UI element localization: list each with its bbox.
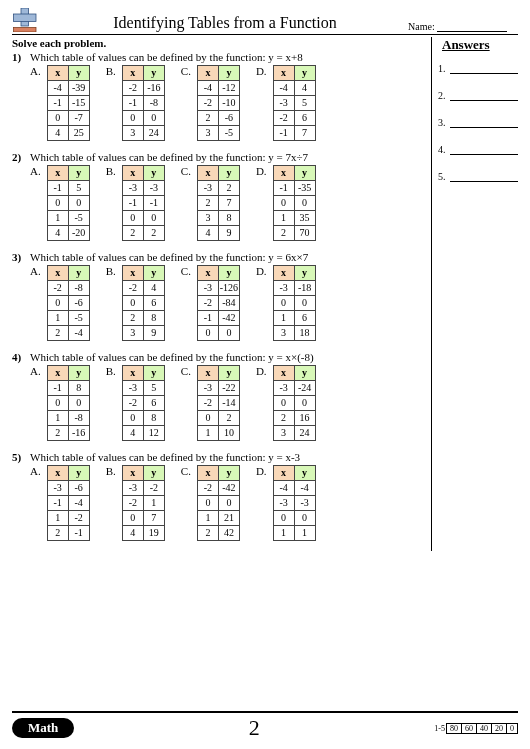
- option-label: A.: [30, 465, 41, 477]
- option: D.xy-3-180016318: [256, 265, 316, 341]
- answer-blank[interactable]: [450, 117, 519, 128]
- table-row: 242: [197, 526, 239, 541]
- table-row: -2-42: [197, 481, 239, 496]
- instruction: Solve each problem.: [12, 37, 425, 49]
- table-cell: 1: [47, 311, 68, 326]
- table-cell: -5: [68, 311, 89, 326]
- table-row: 11: [273, 526, 315, 541]
- table-cell: 70: [294, 226, 315, 241]
- value-table: xy-4-12-2-102-63-5: [197, 65, 240, 141]
- x-header: x: [122, 266, 143, 281]
- table-row: 110: [197, 426, 239, 441]
- table-row: 2-4: [47, 326, 89, 341]
- table-cell: 0: [47, 296, 68, 311]
- answer-line: 4.: [438, 144, 518, 155]
- table-row: -3-18: [273, 281, 315, 296]
- answer-line: 1.: [438, 63, 518, 74]
- table-cell: 4: [122, 526, 143, 541]
- value-table: xy-18001-82-16: [47, 365, 90, 441]
- table-cell: 5: [294, 96, 315, 111]
- table-cell: 0: [197, 411, 218, 426]
- table-row: 06: [122, 296, 164, 311]
- table-cell: -8: [68, 281, 89, 296]
- problem-prompt: 2)Which table of values can be defined b…: [12, 151, 425, 163]
- problems-column: Solve each problem. 1)Which table of val…: [12, 37, 432, 551]
- table-cell: 9: [143, 326, 164, 341]
- table-row: -3-24: [273, 381, 315, 396]
- table-cell: -2: [197, 396, 218, 411]
- table-row: 135: [273, 211, 315, 226]
- answer-blank[interactable]: [450, 90, 519, 101]
- table-cell: -3: [197, 281, 218, 296]
- option: D.xy-44-35-26-17: [256, 65, 316, 141]
- table-cell: 0: [294, 296, 315, 311]
- y-header: y: [68, 466, 89, 481]
- table-row: -1-8: [122, 96, 164, 111]
- table-cell: 2: [47, 326, 68, 341]
- table-cell: -4: [68, 496, 89, 511]
- table-row: -18: [47, 381, 89, 396]
- option: B.xy-3-2-2107419: [106, 465, 165, 541]
- y-header: y: [294, 466, 315, 481]
- table-cell: -4: [273, 81, 294, 96]
- option: D.xy-4-4-3-30011: [256, 465, 316, 541]
- score-scale: 1-5 806040200: [434, 723, 518, 734]
- option: A.xy-4-39-1-150-7425: [30, 65, 90, 141]
- problem: 4)Which table of values can be defined b…: [12, 351, 425, 441]
- table-row: -1-42: [197, 311, 239, 326]
- table-cell: 1: [273, 211, 294, 226]
- table-row: 00: [47, 196, 89, 211]
- table-row: -2-16: [122, 81, 164, 96]
- option: A.xy-15001-54-20: [30, 165, 90, 241]
- option-label: C.: [181, 465, 191, 477]
- table-row: -32: [197, 181, 239, 196]
- table-cell: -4: [68, 326, 89, 341]
- table-cell: 0: [122, 211, 143, 226]
- answer-blank[interactable]: [450, 63, 519, 74]
- problem-prompt: 3)Which table of values can be defined b…: [12, 251, 425, 263]
- option-label: A.: [30, 65, 41, 77]
- table-cell: -4: [273, 481, 294, 496]
- answer-blank[interactable]: [450, 171, 519, 182]
- table-row: -4-12: [197, 81, 239, 96]
- value-table: xy-4-39-1-150-7425: [47, 65, 90, 141]
- table-cell: 3: [122, 126, 143, 141]
- problem-prompt: 5)Which table of values can be defined b…: [12, 451, 425, 463]
- problem: 1)Which table of values can be defined b…: [12, 51, 425, 141]
- page-number: 2: [74, 715, 434, 741]
- table-cell: 4: [143, 281, 164, 296]
- table-cell: 0: [47, 396, 68, 411]
- x-header: x: [47, 366, 68, 381]
- option-label: A.: [30, 265, 41, 277]
- answer-blank[interactable]: [450, 144, 519, 155]
- value-table: xy-15001-54-20: [47, 165, 90, 241]
- table-row: -3-22: [197, 381, 239, 396]
- table-row: -4-4: [273, 481, 315, 496]
- table-cell: -3: [197, 381, 218, 396]
- table-row: -1-1: [122, 196, 164, 211]
- option: B.xy-3-3-1-10022: [106, 165, 165, 241]
- y-header: y: [218, 366, 239, 381]
- table-cell: 0: [218, 326, 239, 341]
- table-cell: -6: [218, 111, 239, 126]
- table-row: 00: [197, 326, 239, 341]
- table-cell: 0: [294, 511, 315, 526]
- y-header: y: [68, 166, 89, 181]
- table-cell: 8: [143, 311, 164, 326]
- table-cell: 2: [122, 311, 143, 326]
- table-cell: 1: [143, 496, 164, 511]
- table-cell: 2: [197, 196, 218, 211]
- option: B.xy-2-16-1-800324: [106, 65, 165, 141]
- table-cell: -3: [47, 481, 68, 496]
- table-cell: 7: [143, 511, 164, 526]
- table-row: -2-84: [197, 296, 239, 311]
- table-cell: -3: [294, 496, 315, 511]
- y-header: y: [143, 66, 164, 81]
- name-blank-line[interactable]: [437, 31, 507, 32]
- answer-line: 5.: [438, 171, 518, 182]
- value-table: xy-2-16-1-800324: [122, 65, 165, 141]
- table-row: 0-7: [47, 111, 89, 126]
- footer: Math 2 1-5 806040200: [12, 711, 518, 741]
- table-row: -21: [122, 496, 164, 511]
- table-row: 16: [273, 311, 315, 326]
